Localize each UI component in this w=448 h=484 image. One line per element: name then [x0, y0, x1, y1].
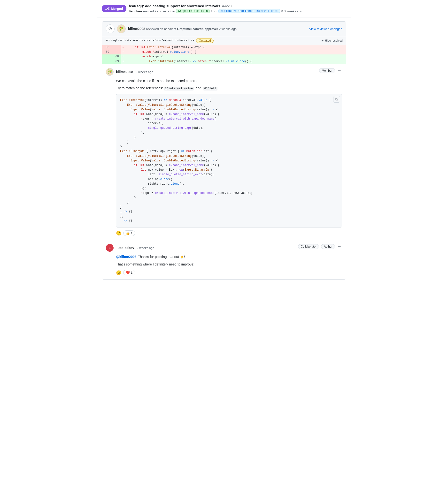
add-reaction-button-2[interactable]: 🙂 [116, 270, 121, 275]
add-reaction-button-1[interactable]: 🙂 [116, 231, 121, 236]
thumbs-up-count: 1 [131, 231, 132, 235]
reviewer-name[interactable]: killme2008 [128, 27, 145, 31]
diff-new-num [112, 50, 121, 55]
author-badge: Author [321, 244, 335, 249]
comment-meta-1: killme2008 2 weeks ago [116, 70, 153, 74]
comment-header-left-2: E etolbakov 2 weeks ago [106, 244, 154, 252]
copy-branch-icon[interactable]: ⧉ [281, 9, 283, 13]
head-branch[interactable]: etolbakov:shortened-interval-cast [218, 9, 280, 13]
diff-new-num: 69 [112, 59, 121, 64]
comment-author-1[interactable]: killme2008 [116, 70, 133, 74]
file-path: src/sql/src/statements/transform/expand_… [105, 39, 194, 42]
pr-header: ⎇ Merged feat(sql): add casting support … [97, 0, 351, 17]
comment-header-left-1: 🎋 killme2008 2 weeks ago [106, 68, 153, 76]
merged-badge: ⎇ Merged [102, 5, 126, 12]
review-org[interactable]: GreptimeTeam/db-approver [177, 27, 218, 31]
comment-header-2: E etolbakov 2 weeks ago Collaborator Aut… [106, 244, 342, 252]
code-block-1: ⧉ Expr::Interval(interval) => match &*in… [116, 94, 342, 227]
comment-text-2b: That's something where I definitely need… [116, 262, 342, 267]
comment-body-2: @killme2008 Thanks for pointing that out… [116, 254, 342, 267]
pr-title: feat(sql): add casting support for short… [129, 4, 302, 8]
review-header-left: 🎋 killme2008 reviewed on behalf of Grept… [106, 24, 237, 33]
thumbs-up-reaction[interactable]: 👍 1 [123, 230, 135, 236]
code-content: Expr::Interval(interval) => match &*inte… [116, 94, 342, 227]
collaborator-badge: Collaborator [298, 244, 319, 249]
diff-code: if let Expr::Interval(interval) = expr { [125, 45, 346, 50]
diff-line-add-68: 68 + match expr { [102, 55, 346, 59]
comment-text-1a: We can avoid the clone if it's not the e… [116, 78, 342, 84]
file-path-left: src/sql/src/statements/transform/expand_… [105, 38, 214, 43]
reviewer-info: killme2008 reviewed on behalf of Greptim… [128, 27, 237, 31]
heart-count: 1 [131, 271, 132, 274]
mention[interactable]: @killme2008 [116, 255, 136, 259]
diff-old-num: 69 [102, 50, 112, 55]
pr-meta: tisonkun merged 2 commits into GreptimeT… [129, 9, 302, 13]
heart-emoji: ❤️ [126, 271, 130, 274]
sparkle-icon: ✦ [321, 39, 324, 42]
diff-sign: – [121, 45, 125, 50]
review-description: reviewed on behalf of GreptimeTeam/db-ap… [146, 27, 237, 31]
diff-sign: – [121, 50, 125, 55]
copy-code-button[interactable]: ⧉ [333, 96, 340, 103]
comment-text-2a: @killme2008 Thanks for pointing that out… [116, 254, 342, 259]
diff-old-num: 68 [102, 45, 112, 50]
diff-line-del-69: 69 – match *interval.value.clone() { [102, 50, 346, 55]
comment-menu-button-2[interactable]: ··· [337, 244, 342, 249]
comment-header-right-1: Member ··· [319, 68, 342, 73]
comment-avatar-1: 🎋 [106, 68, 113, 76]
member-badge: Member [319, 68, 335, 73]
comment-author-2[interactable]: etolbakov [118, 246, 134, 250]
diff-new-num: 68 [112, 55, 121, 59]
thumbs-up-emoji: 👍 [126, 231, 130, 235]
diff-code: match *interval.value.clone() { [125, 50, 346, 55]
code-ref-2: &**left [203, 87, 217, 91]
file-path-bar: src/sql/src/statements/transform/expand_… [102, 36, 346, 45]
pr-time: 2 weeks ago [285, 9, 302, 13]
diff-sign: + [121, 59, 125, 64]
merged-commits: merged 2 commits into [143, 9, 175, 13]
diff-old-num [102, 59, 112, 64]
comment-avatar-2: E [106, 244, 113, 252]
diff-sign: + [121, 55, 125, 59]
comment-header-right-2: Collaborator Author ··· [298, 244, 342, 249]
reactions-1: 🙂 👍 1 [116, 230, 342, 236]
diff-old-num [102, 55, 112, 59]
review-header: 🎋 killme2008 reviewed on behalf of Grept… [102, 22, 346, 36]
hide-resolved-button[interactable]: ✦ Hide resolved [321, 39, 343, 42]
comment-etolbakov: E etolbakov 2 weeks ago Collaborator Aut… [102, 240, 346, 279]
comment-killme2008: 🎋 killme2008 2 weeks ago Member ··· We c… [102, 64, 346, 240]
merge-icon: ⎇ [105, 6, 110, 11]
diff-new-num [112, 45, 121, 50]
diff-code: match expr { [125, 55, 346, 59]
reviewer-avatar: 🎋 [117, 24, 126, 33]
comment-text-1b: Try to match on the references: &*interv… [116, 86, 342, 91]
code-ref-1: &*interval.value [164, 87, 194, 91]
pr-title-text: feat(sql): add casting support for short… [129, 4, 220, 8]
pr-title-section: feat(sql): add casting support for short… [129, 4, 302, 13]
comment-header-1: 🎋 killme2008 2 weeks ago Member ··· [106, 68, 342, 76]
diff-table: 68 – if let Expr::Interval(interval) = e… [102, 45, 346, 64]
review-section: 🎋 killme2008 reviewed on behalf of Grept… [102, 21, 346, 280]
outdated-badge: Outdated [196, 38, 213, 43]
watch-button[interactable] [106, 24, 114, 33]
comment-menu-button-1[interactable]: ··· [337, 68, 342, 73]
comment-meta-2: etolbakov 2 weeks ago [118, 246, 154, 250]
view-changes-button[interactable]: View reviewed changes [309, 27, 342, 31]
heart-reaction[interactable]: ❤️ 1 [123, 270, 135, 275]
reactions-2: 🙂 ❤️ 1 [116, 270, 342, 275]
pr-number: #4220 [222, 4, 232, 8]
comment-body-1: We can avoid the clone if it's not the e… [116, 78, 342, 91]
diff-line-add-69: 69 + Expr::Interval(interval) => match *… [102, 59, 346, 64]
diff-line-del-68: 68 – if let Expr::Interval(interval) = e… [102, 45, 346, 50]
merged-by: tisonkun [129, 9, 142, 13]
comment-time-2: 2 weeks ago [136, 246, 154, 250]
merged-label: Merged [111, 7, 123, 11]
comment-time-1: 2 weeks ago [136, 70, 153, 74]
base-branch[interactable]: GreptimeTeam:main [176, 9, 209, 13]
diff-code: Expr::Interval(interval) => match *inter… [125, 59, 346, 64]
